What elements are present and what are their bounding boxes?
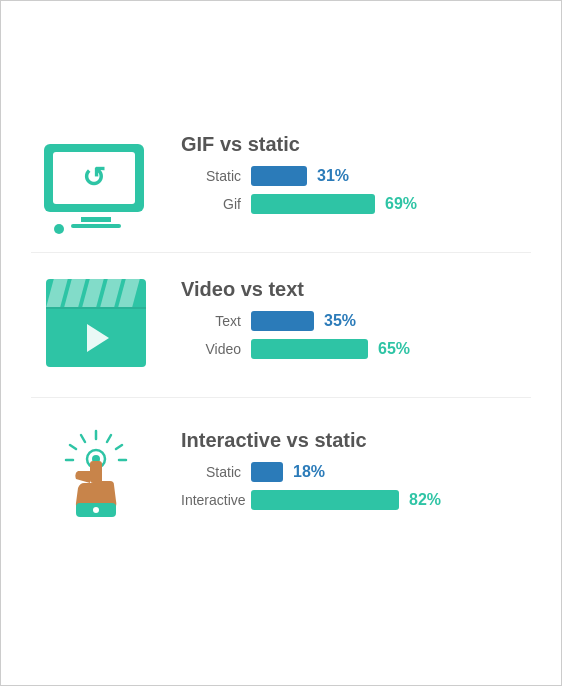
video-video-row: Video 65%	[181, 339, 531, 359]
video-content: Video vs text Text 35% Video 65%	[161, 278, 531, 367]
monitor-screen: ↺	[53, 152, 135, 204]
svg-line-1	[107, 435, 111, 442]
interactive-interactive-label: Interactive	[181, 492, 241, 508]
hand-icon-area	[31, 423, 161, 523]
stripe-5	[118, 279, 140, 307]
interactive-interactive-percent: 82%	[409, 491, 441, 509]
interactive-interactive-row: Interactive 82%	[181, 490, 531, 510]
svg-line-4	[81, 435, 85, 442]
main-card: ↺ GIF vs static Static 31% Gif 69%	[21, 113, 541, 573]
video-video-percent: 65%	[378, 340, 410, 358]
gif-static-percent: 31%	[317, 167, 349, 185]
svg-point-11	[93, 507, 99, 513]
video-text-bar	[251, 311, 314, 331]
gif-content: GIF vs static Static 31% Gif 69%	[161, 133, 531, 222]
divider-1	[31, 252, 531, 253]
section-gif-vs-static: ↺ GIF vs static Static 31% Gif 69%	[31, 133, 531, 222]
video-video-label: Video	[181, 341, 241, 357]
gif-static-bar	[251, 166, 307, 186]
divider-2	[31, 397, 531, 398]
interactive-title: Interactive vs static	[181, 429, 531, 452]
gif-icon-area: ↺	[31, 144, 161, 212]
video-text-label: Text	[181, 313, 241, 329]
video-text-row: Text 35%	[181, 311, 531, 331]
section-interactive-vs-static: Interactive vs static Static 18% Interac…	[31, 423, 531, 523]
hand-pointer-icon	[46, 423, 146, 523]
monitor-dot	[54, 224, 64, 234]
gif-gif-percent: 69%	[385, 195, 417, 213]
gif-static-label: Static	[181, 168, 241, 184]
clapper-top	[46, 279, 146, 307]
monitor-icon: ↺	[44, 144, 144, 212]
video-icon-area	[31, 279, 161, 367]
gif-gif-bar	[251, 194, 375, 214]
clapper-icon	[41, 279, 151, 367]
interactive-static-bar	[251, 462, 283, 482]
monitor-stand	[71, 224, 121, 228]
video-title: Video vs text	[181, 278, 531, 301]
clapper-body	[46, 307, 146, 367]
svg-line-2	[116, 445, 122, 449]
interactive-static-label: Static	[181, 464, 241, 480]
gif-gif-row: Gif 69%	[181, 194, 531, 214]
interactive-content: Interactive vs static Static 18% Interac…	[161, 429, 531, 518]
video-video-bar	[251, 339, 368, 359]
gif-gif-label: Gif	[181, 196, 241, 212]
gif-static-row: Static 31%	[181, 166, 531, 186]
section-video-vs-text: Video vs text Text 35% Video 65%	[31, 278, 531, 367]
monitor-base	[81, 217, 111, 222]
refresh-icon: ↺	[82, 164, 105, 192]
video-text-percent: 35%	[324, 312, 356, 330]
interactive-static-row: Static 18%	[181, 462, 531, 482]
interactive-interactive-bar	[251, 490, 399, 510]
svg-line-5	[70, 445, 76, 449]
play-button-icon	[87, 324, 109, 352]
gif-title: GIF vs static	[181, 133, 531, 156]
interactive-static-percent: 18%	[293, 463, 325, 481]
